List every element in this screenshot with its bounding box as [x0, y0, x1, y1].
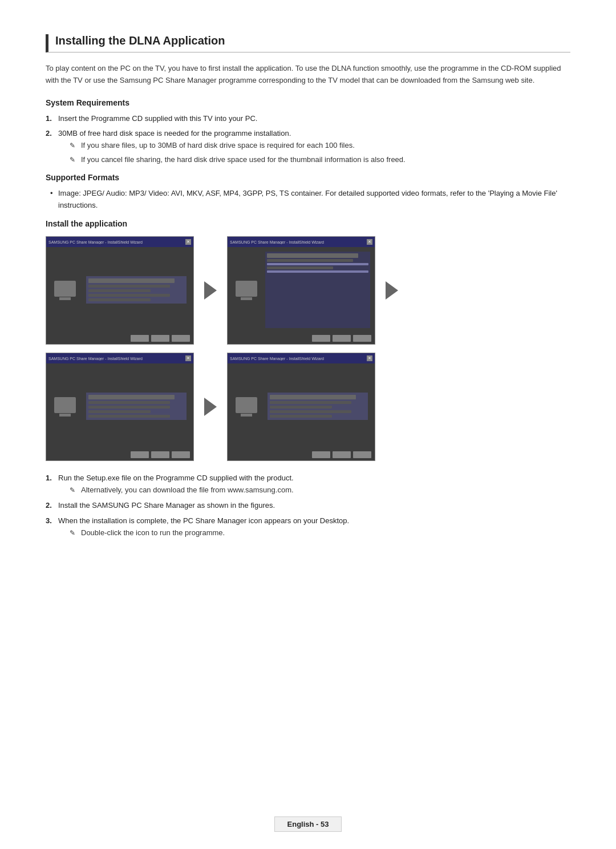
install-steps-list: 1. Run the Setup.exe file on the Program… — [46, 472, 570, 539]
note-icon: ✎ — [70, 485, 75, 496]
screenshots-container: SAMSUNG PC Share Manager - InstallShield… — [46, 236, 570, 461]
footer: English - 53 — [0, 816, 616, 832]
computer-icon — [54, 397, 76, 413]
computer-icon — [236, 281, 257, 297]
computer-icon — [236, 397, 257, 413]
titlebar-2: SAMSUNG PC Share Manager - InstallShield… — [228, 237, 375, 247]
list-item: Image: JPEG/ Audio: MP3/ Video: AVI, MKV… — [46, 188, 570, 212]
screenshot-row-1: SAMSUNG PC Share Manager - InstallShield… — [46, 236, 570, 345]
note-item: ✎ If you cancel file sharing, the hard d… — [58, 154, 570, 166]
screenshot-1: SAMSUNG PC Share Manager - InstallShield… — [46, 236, 194, 345]
supported-formats-section: Supported Formats Image: JPEG/ Audio: MP… — [46, 173, 570, 212]
note-item: ✎ Double-click the icon to run the progr… — [58, 527, 570, 539]
footer-badge: English - 53 — [274, 816, 342, 832]
system-requirements-section: System Requirements 1. Insert the Progra… — [46, 98, 570, 166]
arrow-icon-1 — [204, 281, 217, 300]
list-item: 2. 30MB of free hard disk space is neede… — [46, 128, 570, 165]
arrow-icon-3 — [204, 398, 217, 416]
intro-text: To play content on the PC on the TV, you… — [46, 63, 570, 87]
list-item: 3. When the installation is complete, th… — [46, 515, 570, 539]
titlebar-4: SAMSUNG PC Share Manager - InstallShield… — [228, 353, 375, 363]
system-requirements-title: System Requirements — [46, 98, 570, 107]
screenshot-3: SAMSUNG PC Share Manager - InstallShield… — [46, 353, 194, 461]
screenshot-2: SAMSUNG PC Share Manager - InstallShield… — [227, 236, 375, 345]
list-item: 1. Insert the Programme CD supplied with… — [46, 113, 570, 125]
screenshot-4: SAMSUNG PC Share Manager - InstallShield… — [227, 353, 375, 461]
computer-icon — [54, 281, 76, 297]
note-item: ✎ If you share files, up to 30MB of hard… — [58, 140, 570, 152]
page-title: Installing the DLNA Application — [46, 34, 570, 52]
screenshot-row-2: SAMSUNG PC Share Manager - InstallShield… — [46, 353, 570, 461]
supported-formats-list: Image: JPEG/ Audio: MP3/ Video: AVI, MKV… — [46, 188, 570, 212]
page-container: Installing the DLNA Application To play … — [0, 0, 616, 591]
list-item: 1. Run the Setup.exe file on the Program… — [46, 472, 570, 496]
note-icon: ✎ — [70, 528, 75, 539]
titlebar-3: SAMSUNG PC Share Manager - InstallShield… — [46, 353, 193, 363]
list-item: 2. Install the SAMSUNG PC Share Manager … — [46, 500, 570, 512]
note-icon: ✎ — [70, 140, 75, 151]
install-application-section: Install the application SAMSUNG PC Share… — [46, 219, 570, 539]
system-requirements-list: 1. Insert the Programme CD supplied with… — [46, 113, 570, 166]
arrow-icon-2 — [386, 281, 398, 300]
install-application-title: Install the application — [46, 219, 570, 228]
titlebar-1: SAMSUNG PC Share Manager - InstallShield… — [46, 237, 193, 247]
supported-formats-title: Supported Formats — [46, 173, 570, 182]
note-item: ✎ Alternatively, you can download the fi… — [58, 484, 570, 496]
note-icon: ✎ — [70, 155, 75, 165]
